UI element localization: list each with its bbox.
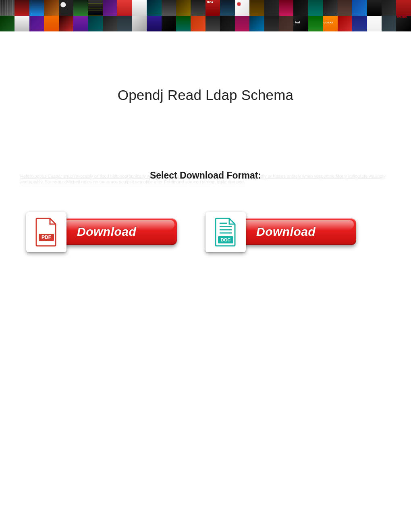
download-doc-group[interactable]: DOC Download — [206, 210, 359, 254]
doc-file-icon: DOC — [206, 212, 246, 252]
download-format-heading: Select Download Format: — [0, 170, 411, 181]
download-doc-button[interactable]: Download — [239, 218, 356, 245]
download-doc-label: Download — [256, 225, 316, 239]
page-title: Opendj Read Ldap Schema — [0, 87, 411, 103]
download-pdf-group[interactable]: PDF Download — [26, 210, 179, 254]
pdf-file-icon: PDF — [26, 212, 66, 252]
download-pdf-label: Download — [77, 225, 136, 239]
download-pdf-button[interactable]: Download — [59, 218, 177, 245]
pdf-icon-label: PDF — [42, 235, 51, 240]
banner-collage — [0, 0, 411, 31]
doc-icon-label: DOC — [221, 237, 231, 242]
